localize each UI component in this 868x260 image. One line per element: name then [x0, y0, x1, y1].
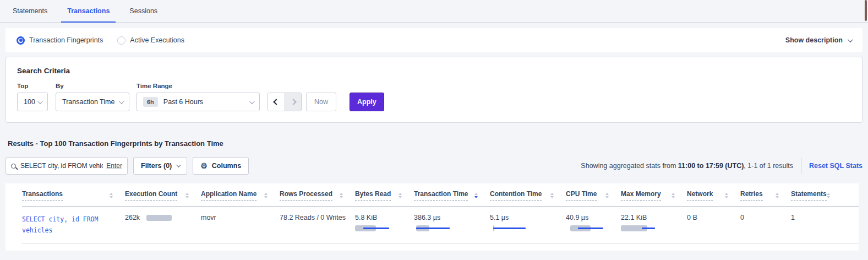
cell-cpu-time: 40.9 µs [566, 214, 621, 236]
tab-transactions[interactable]: Transactions [61, 0, 116, 23]
column-label: Rows Processed [280, 190, 332, 201]
chevron-right-icon [290, 99, 296, 105]
cell-bytes-read: 5.8 KiB [355, 214, 414, 236]
search-icon [11, 164, 16, 169]
sort-icon [398, 193, 402, 198]
cell-max-memory: 22.1 KiB [621, 214, 687, 236]
cell-network: 0 B [687, 214, 740, 236]
column-header-transaction-time[interactable]: Transaction Time [414, 190, 490, 201]
column-label: Execution Count [125, 190, 177, 201]
search-input[interactable]: SELECT city, id FROM vehicles W Enter [6, 157, 128, 175]
column-header-cpu-time[interactable]: CPU Time [566, 190, 621, 201]
cell-application-name: movr [201, 214, 280, 236]
cell-retries: 0 [740, 214, 791, 236]
show-description-label: Show description [785, 36, 843, 44]
reset-sql-stats-link[interactable]: Reset SQL Stats [809, 162, 862, 170]
view-toggle-bar: Transaction Fingerprints Active Executio… [6, 28, 862, 52]
radio-label: Transaction Fingerprints [29, 36, 103, 44]
top-label: Top [17, 83, 48, 89]
sort-icon [725, 193, 728, 198]
time-range-next-button[interactable] [285, 93, 301, 111]
chevron-down-icon [176, 162, 181, 167]
stats-time-range: 11:00 to 17:59 (UTC) [678, 162, 744, 170]
column-header-statements[interactable]: Statements [791, 190, 842, 201]
radio-label: Active Executions [130, 36, 184, 44]
column-label: Transaction Time [414, 190, 468, 201]
sort-icon [605, 193, 609, 198]
chevron-down-icon [119, 99, 124, 104]
scrollbar-thumb[interactable] [865, 0, 867, 21]
search-value: SELECT city, id FROM vehicles W [20, 162, 103, 170]
column-label: Retries [740, 190, 763, 201]
top-value: 100 [24, 98, 35, 106]
column-label: Application Name [201, 190, 256, 201]
stat-bar [355, 225, 399, 231]
filters-label: Filters (0) [141, 162, 172, 170]
column-header-application-name[interactable]: Application Name [201, 190, 280, 201]
column-header-transaction[interactable]: Transactions [22, 190, 125, 201]
sort-icon [340, 193, 343, 198]
time-range-value: Past 6 Hours [163, 98, 203, 106]
results-toolbar: SELECT city, id FROM vehicles W Enter Fi… [6, 157, 862, 175]
sort-icon [776, 193, 779, 198]
aggregated-stats-text: Showing aggregated stats from 11:00 to 1… [581, 158, 862, 174]
columns-button[interactable]: ⚙ Columns [193, 157, 249, 175]
count-bar [146, 215, 172, 221]
sort-icon [185, 193, 189, 198]
by-select[interactable]: Transaction Time [56, 93, 129, 111]
column-header-rows-processed[interactable]: Rows Processed [280, 190, 355, 201]
chevron-down-icon [848, 37, 853, 42]
search-enter-button[interactable]: Enter [106, 162, 122, 170]
column-label: Statements [791, 190, 827, 201]
column-header-bytes-read[interactable]: Bytes Read [355, 190, 414, 201]
time-range-select[interactable]: 6h Past 6 Hours [137, 93, 260, 111]
radio-selected-icon [17, 36, 25, 45]
page-tabbar: Statements Transactions Sessions [0, 0, 868, 23]
top-select[interactable]: 100 [17, 93, 48, 111]
cell-transaction: SELECT city, id FROM vehicles [22, 214, 125, 236]
cell-statements: 1 [791, 214, 842, 236]
chevron-left-icon [273, 99, 279, 105]
column-header-contention-time[interactable]: Contention Time [490, 190, 566, 201]
show-description-toggle[interactable]: Show description [785, 36, 851, 44]
columns-label: Columns [212, 162, 241, 170]
radio-transaction-fingerprints[interactable]: Transaction Fingerprints [17, 36, 103, 45]
sort-icon [474, 193, 478, 198]
stat-bar [566, 225, 610, 231]
search-criteria-title: Search Criteria [17, 67, 851, 75]
chevron-down-icon [37, 99, 43, 104]
sort-icon [264, 193, 268, 198]
sort-icon [110, 193, 113, 198]
transaction-fingerprint-link[interactable]: SELECT city, id FROM vehicles [22, 214, 109, 236]
time-range-field: Time Range 6h Past 6 Hours [129, 83, 260, 111]
column-header-execution-count[interactable]: Execution Count [125, 190, 201, 201]
apply-button[interactable]: Apply [350, 93, 384, 111]
radio-active-executions[interactable]: Active Executions [117, 36, 184, 45]
tab-sessions[interactable]: Sessions [123, 0, 163, 23]
results-table: TransactionsExecution CountApplication N… [6, 183, 859, 251]
top-field: Top 100 [17, 83, 48, 111]
table-row: SELECT city, id FROM vehicles262kmovr78.… [22, 207, 859, 244]
stat-bar [414, 225, 458, 231]
results-title: Results - Top 100 Transaction Fingerprin… [8, 139, 868, 148]
time-range-badge: 6h [143, 97, 158, 107]
cell-transaction-time: 386.3 µs [414, 214, 490, 236]
now-button[interactable]: Now [306, 93, 336, 111]
column-header-max-memory[interactable]: Max Memory [621, 190, 687, 201]
column-header-retries[interactable]: Retries [740, 190, 791, 201]
sort-icon [550, 193, 554, 198]
divider [801, 158, 801, 174]
column-label: Max Memory [621, 190, 661, 201]
search-criteria-card: Search Criteria Top 100 By Transaction T… [6, 57, 862, 123]
column-header-network[interactable]: Network [687, 190, 740, 201]
radio-unselected-icon [117, 36, 125, 45]
tab-statements[interactable]: Statements [7, 0, 53, 23]
filters-button[interactable]: Filters (0) [133, 157, 187, 175]
by-label: By [56, 83, 129, 89]
cell-execution-count: 262k [125, 214, 201, 236]
time-range-prev-button[interactable] [268, 93, 285, 111]
stat-bar [490, 225, 534, 231]
gear-icon: ⚙ [200, 162, 208, 170]
cell-rows-processed: 78.2 Reads / 0 Writes [280, 214, 355, 236]
stat-bar [621, 225, 665, 231]
